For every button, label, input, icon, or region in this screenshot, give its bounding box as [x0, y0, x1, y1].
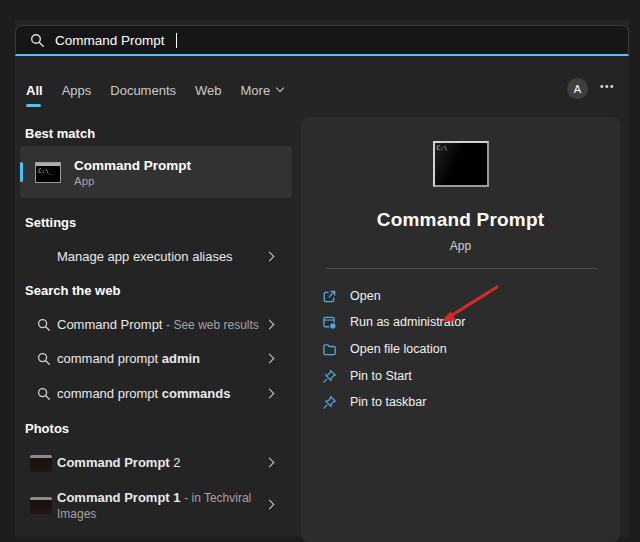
- run-as-admin-icon: [322, 315, 337, 330]
- photos-header: Photos: [25, 421, 69, 436]
- tab-more[interactable]: More: [241, 83, 284, 98]
- search-filter-tabs: All Apps Documents Web More: [26, 79, 283, 101]
- windows-search-panel: Command Prompt All Apps Documents Web Mo…: [0, 0, 640, 542]
- tab-web[interactable]: Web: [195, 83, 222, 98]
- search-query-text: Command Prompt: [55, 33, 165, 48]
- tab-documents[interactable]: Documents: [110, 83, 176, 98]
- tab-apps[interactable]: Apps: [62, 83, 92, 98]
- settings-header: Settings: [25, 215, 76, 230]
- action-open[interactable]: Open: [322, 288, 381, 304]
- preview-app-type: App: [301, 239, 620, 253]
- red-annotation-arrow: [430, 278, 510, 333]
- result-title: Command Prompt: [74, 157, 191, 174]
- best-match-header: Best match: [25, 126, 95, 141]
- search-icon: [37, 387, 51, 401]
- user-avatar[interactable]: A: [567, 78, 588, 99]
- photo-result-command-prompt-2[interactable]: Command Prompt 2: [57, 455, 181, 471]
- more-options-icon[interactable]: •••: [600, 81, 615, 92]
- folder-icon: [322, 342, 337, 357]
- divider: [325, 268, 598, 269]
- action-pin-to-taskbar[interactable]: Pin to taskbar: [322, 394, 426, 410]
- web-result-see-results[interactable]: Command Prompt - See web results: [57, 317, 259, 333]
- preview-app-title: Command Prompt: [301, 209, 620, 231]
- selection-accent-bar: [20, 162, 23, 182]
- best-match-result-command-prompt[interactable]: C:\_ Command Prompt App: [20, 146, 292, 198]
- chevron-down-icon: [276, 84, 284, 92]
- photo-result-command-prompt-1[interactable]: Command Prompt 1 - in Techviral Images: [57, 490, 257, 523]
- search-icon: [37, 352, 51, 366]
- action-pin-to-start[interactable]: Pin to Start: [322, 368, 412, 384]
- command-prompt-icon: C:\_: [35, 162, 61, 183]
- search-input[interactable]: Command Prompt: [15, 25, 629, 56]
- text-cursor: [176, 33, 178, 48]
- open-external-icon: [322, 289, 337, 304]
- action-open-file-location[interactable]: Open file location: [322, 341, 447, 357]
- search-icon: [30, 33, 45, 48]
- settings-item-manage-aliases[interactable]: Manage app execution aliases: [57, 249, 233, 265]
- web-result-commands[interactable]: command prompt commands: [57, 386, 230, 402]
- photo-thumbnail: [30, 455, 52, 472]
- search-icon: [37, 318, 51, 332]
- result-subtitle: App: [74, 174, 191, 188]
- tab-all[interactable]: All: [26, 83, 43, 98]
- command-prompt-icon-large: C:\: [433, 141, 489, 187]
- photo-thumbnail: [30, 497, 52, 514]
- web-result-admin[interactable]: command prompt admin: [57, 351, 200, 367]
- pin-icon: [322, 395, 337, 410]
- pin-icon: [322, 369, 337, 384]
- search-web-header: Search the web: [25, 283, 120, 298]
